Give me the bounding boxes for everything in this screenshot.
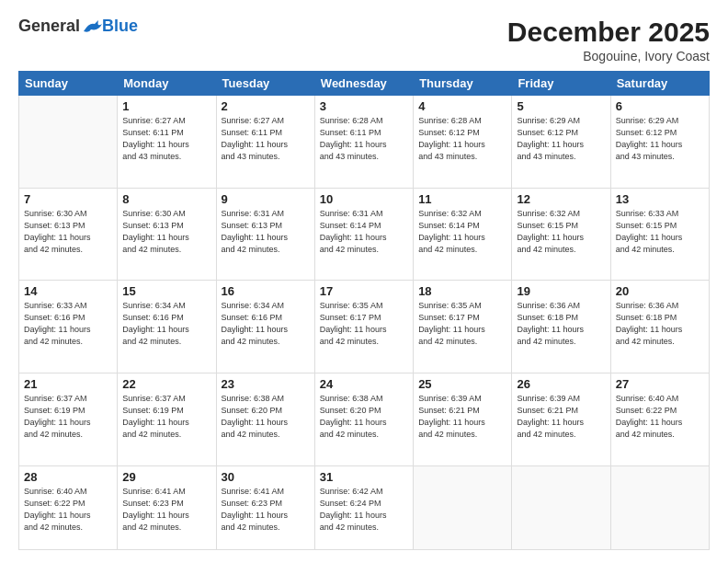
table-row: 1Sunrise: 6:27 AM Sunset: 6:11 PM Daylig… [118,96,216,189]
day-info: Sunrise: 6:32 AM Sunset: 6:15 PM Dayligh… [517,208,605,256]
day-number: 26 [517,377,605,391]
day-number: 18 [418,284,506,298]
table-row: 5Sunrise: 6:29 AM Sunset: 6:12 PM Daylig… [512,96,610,189]
day-info: Sunrise: 6:27 AM Sunset: 6:11 PM Dayligh… [122,115,210,163]
table-row: 8Sunrise: 6:30 AM Sunset: 6:13 PM Daylig… [118,188,216,281]
table-row: 25Sunrise: 6:39 AM Sunset: 6:21 PM Dayli… [414,373,512,465]
day-info: Sunrise: 6:38 AM Sunset: 6:20 PM Dayligh… [320,393,408,441]
table-row: 14Sunrise: 6:33 AM Sunset: 6:16 PM Dayli… [19,281,118,373]
col-monday: Monday [118,72,216,96]
day-number: 27 [616,377,704,391]
day-number: 30 [222,470,310,484]
table-row [512,465,610,550]
day-info: Sunrise: 6:33 AM Sunset: 6:15 PM Dayligh… [616,208,704,256]
table-row: 15Sunrise: 6:34 AM Sunset: 6:16 PM Dayli… [118,281,216,373]
col-wednesday: Wednesday [314,72,413,96]
table-row: 29Sunrise: 6:41 AM Sunset: 6:23 PM Dayli… [118,465,216,550]
logo-bird-icon [82,18,102,35]
day-info: Sunrise: 6:29 AM Sunset: 6:12 PM Dayligh… [616,115,704,163]
day-number: 22 [122,377,210,391]
col-sunday: Sunday [19,72,118,96]
table-row: 16Sunrise: 6:34 AM Sunset: 6:16 PM Dayli… [216,281,314,373]
table-row: 4Sunrise: 6:28 AM Sunset: 6:12 PM Daylig… [414,96,512,189]
calendar-week-row: 14Sunrise: 6:33 AM Sunset: 6:16 PM Dayli… [19,281,710,373]
day-number: 4 [418,99,506,113]
table-row [610,465,709,550]
table-row: 3Sunrise: 6:28 AM Sunset: 6:11 PM Daylig… [314,96,413,189]
day-number: 21 [24,377,112,391]
calendar-header-row: Sunday Monday Tuesday Wednesday Thursday… [19,72,710,96]
day-number: 12 [517,192,605,206]
day-info: Sunrise: 6:34 AM Sunset: 6:16 PM Dayligh… [122,300,210,348]
day-info: Sunrise: 6:39 AM Sunset: 6:21 PM Dayligh… [517,393,605,441]
logo: General Blue [18,17,138,36]
header: General Blue December 2025 Bogouine, Ivo… [18,17,710,63]
table-row: 20Sunrise: 6:36 AM Sunset: 6:18 PM Dayli… [610,281,709,373]
calendar-week-row: 21Sunrise: 6:37 AM Sunset: 6:19 PM Dayli… [19,373,710,465]
day-number: 23 [222,377,310,391]
table-row: 9Sunrise: 6:31 AM Sunset: 6:13 PM Daylig… [216,188,314,281]
day-info: Sunrise: 6:40 AM Sunset: 6:22 PM Dayligh… [24,486,112,534]
day-number: 31 [320,470,408,484]
table-row: 13Sunrise: 6:33 AM Sunset: 6:15 PM Dayli… [610,188,709,281]
day-info: Sunrise: 6:42 AM Sunset: 6:24 PM Dayligh… [320,486,408,534]
day-number: 19 [517,284,605,298]
day-info: Sunrise: 6:31 AM Sunset: 6:14 PM Dayligh… [320,208,408,256]
logo-blue-text: Blue [102,17,138,36]
day-info: Sunrise: 6:37 AM Sunset: 6:19 PM Dayligh… [122,393,210,441]
day-number: 29 [122,470,210,484]
table-row: 10Sunrise: 6:31 AM Sunset: 6:14 PM Dayli… [314,188,413,281]
table-row: 19Sunrise: 6:36 AM Sunset: 6:18 PM Dayli… [512,281,610,373]
col-friday: Friday [512,72,610,96]
table-row: 30Sunrise: 6:41 AM Sunset: 6:23 PM Dayli… [216,465,314,550]
day-info: Sunrise: 6:28 AM Sunset: 6:12 PM Dayligh… [418,115,506,163]
day-number: 25 [418,377,506,391]
day-number: 15 [122,284,210,298]
title-block: December 2025 Bogouine, Ivory Coast [507,17,710,63]
day-info: Sunrise: 6:41 AM Sunset: 6:23 PM Dayligh… [222,486,310,534]
table-row: 21Sunrise: 6:37 AM Sunset: 6:19 PM Dayli… [19,373,118,465]
col-tuesday: Tuesday [216,72,314,96]
day-info: Sunrise: 6:30 AM Sunset: 6:13 PM Dayligh… [24,208,112,256]
table-row: 17Sunrise: 6:35 AM Sunset: 6:17 PM Dayli… [314,281,413,373]
table-row: 24Sunrise: 6:38 AM Sunset: 6:20 PM Dayli… [314,373,413,465]
calendar-week-row: 7Sunrise: 6:30 AM Sunset: 6:13 PM Daylig… [19,188,710,281]
day-info: Sunrise: 6:41 AM Sunset: 6:23 PM Dayligh… [122,486,210,534]
day-number: 24 [320,377,408,391]
day-number: 8 [122,192,210,206]
day-number: 10 [320,192,408,206]
day-info: Sunrise: 6:32 AM Sunset: 6:14 PM Dayligh… [418,208,506,256]
day-info: Sunrise: 6:39 AM Sunset: 6:21 PM Dayligh… [418,393,506,441]
day-number: 17 [320,284,408,298]
day-number: 7 [24,192,112,206]
month-title: December 2025 [507,17,710,47]
table-row [19,96,118,189]
table-row: 12Sunrise: 6:32 AM Sunset: 6:15 PM Dayli… [512,188,610,281]
table-row: 18Sunrise: 6:35 AM Sunset: 6:17 PM Dayli… [414,281,512,373]
table-row: 2Sunrise: 6:27 AM Sunset: 6:11 PM Daylig… [216,96,314,189]
table-row: 7Sunrise: 6:30 AM Sunset: 6:13 PM Daylig… [19,188,118,281]
calendar-table: Sunday Monday Tuesday Wednesday Thursday… [18,71,710,550]
day-info: Sunrise: 6:40 AM Sunset: 6:22 PM Dayligh… [616,393,704,441]
day-info: Sunrise: 6:34 AM Sunset: 6:16 PM Dayligh… [222,300,310,348]
day-info: Sunrise: 6:27 AM Sunset: 6:11 PM Dayligh… [222,115,310,163]
day-info: Sunrise: 6:35 AM Sunset: 6:17 PM Dayligh… [320,300,408,348]
day-number: 28 [24,470,112,484]
logo-general-text: General [18,17,80,36]
day-number: 6 [616,99,704,113]
table-row: 6Sunrise: 6:29 AM Sunset: 6:12 PM Daylig… [610,96,709,189]
day-info: Sunrise: 6:29 AM Sunset: 6:12 PM Dayligh… [517,115,605,163]
day-info: Sunrise: 6:38 AM Sunset: 6:20 PM Dayligh… [222,393,310,441]
day-info: Sunrise: 6:31 AM Sunset: 6:13 PM Dayligh… [222,208,310,256]
col-thursday: Thursday [414,72,512,96]
table-row: 11Sunrise: 6:32 AM Sunset: 6:14 PM Dayli… [414,188,512,281]
day-number: 9 [222,192,310,206]
page: General Blue December 2025 Bogouine, Ivo… [0,0,728,563]
day-info: Sunrise: 6:36 AM Sunset: 6:18 PM Dayligh… [517,300,605,348]
day-info: Sunrise: 6:33 AM Sunset: 6:16 PM Dayligh… [24,300,112,348]
table-row: 23Sunrise: 6:38 AM Sunset: 6:20 PM Dayli… [216,373,314,465]
calendar-week-row: 28Sunrise: 6:40 AM Sunset: 6:22 PM Dayli… [19,465,710,550]
col-saturday: Saturday [610,72,709,96]
day-number: 20 [616,284,704,298]
calendar-week-row: 1Sunrise: 6:27 AM Sunset: 6:11 PM Daylig… [19,96,710,189]
